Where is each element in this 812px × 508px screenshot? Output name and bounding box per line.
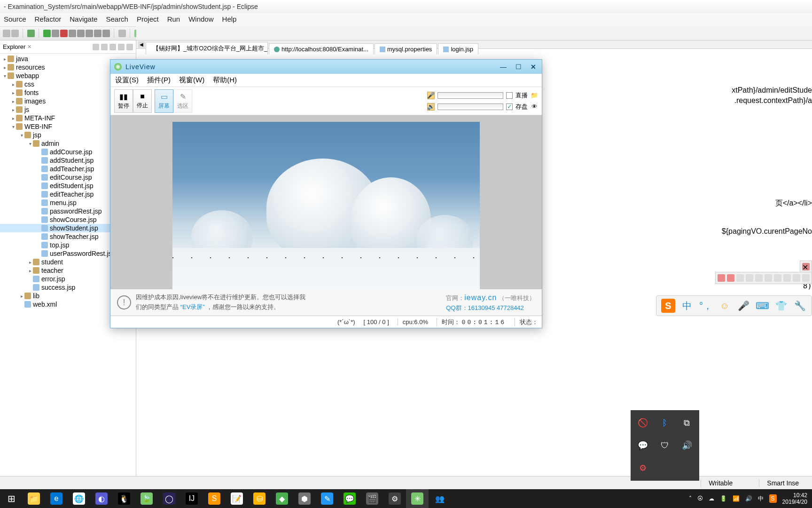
lv-menu-plugins[interactable]: 插件(P) — [147, 76, 171, 85]
taskbar-app[interactable]: 🎬 — [361, 489, 383, 508]
scroll-left-icon[interactable]: ◀ — [138, 41, 145, 48]
tree-twisty-icon[interactable]: ▸ — [19, 294, 24, 299]
taskbar-liveview[interactable]: ✳ — [406, 489, 429, 508]
tree-twisty-icon[interactable]: ▾ — [2, 73, 8, 79]
menu-refactor[interactable]: Refactor — [35, 15, 62, 24]
tray-ime-icon[interactable]: 中 — [758, 495, 764, 503]
debug-step-icon[interactable] — [102, 30, 110, 37]
ime-zhong-icon[interactable]: 中 — [680, 299, 694, 313]
console-icon[interactable] — [765, 274, 772, 282]
debug-resume-icon[interactable] — [43, 30, 51, 37]
ime-tool-icon[interactable]: 🔧 — [793, 299, 807, 313]
liveview-titlebar[interactable]: LiveView — ☐ ✕ — [110, 60, 542, 74]
tree-twisty-icon[interactable]: ▾ — [10, 124, 16, 129]
ime-skin-icon[interactable]: 👕 — [774, 299, 788, 313]
tree-twisty-icon[interactable]: ▸ — [27, 260, 33, 265]
tree-twisty-icon[interactable]: ▸ — [2, 56, 8, 62]
ime-voice-icon[interactable]: 🎤 — [736, 299, 750, 313]
debug-step-icon[interactable] — [86, 30, 93, 37]
taskbar-edge[interactable]: e — [45, 489, 68, 508]
ime-emoji-icon[interactable]: ☺ — [718, 299, 732, 313]
close-icon[interactable]: ✕ — [802, 263, 810, 270]
lv-menu-help[interactable]: 帮助(H) — [213, 76, 237, 85]
pause-button[interactable]: ▮▮暂停 — [114, 89, 133, 113]
maximize-icon[interactable] — [126, 44, 133, 50]
taskbar-app[interactable]: ⬢ — [293, 489, 316, 508]
start-button[interactable]: ⊞ — [0, 489, 23, 508]
collapse-all-icon[interactable] — [93, 44, 99, 50]
debug-pause-icon[interactable] — [52, 30, 59, 37]
maximize-button[interactable]: ☐ — [514, 62, 523, 71]
tray-chevron-up-icon[interactable]: ˄ — [689, 495, 692, 502]
tray-battery-icon[interactable]: 🔋 — [720, 495, 727, 502]
taskbar-sublime[interactable]: S — [203, 489, 226, 508]
live-checkbox[interactable] — [506, 92, 513, 99]
taskbar-intellij[interactable]: IJ — [180, 489, 203, 508]
tb-icon[interactable] — [27, 30, 35, 37]
editor-tab[interactable]: 【锡好网】_城市O2O综合平台_网上超市_进... — [146, 42, 268, 55]
tb-icon[interactable] — [3, 30, 10, 37]
ime-keyboard-icon[interactable]: ⌨ — [755, 299, 769, 313]
tray-cloud-icon[interactable]: ☁ — [709, 495, 714, 502]
taskbar-navicat[interactable]: ⛁ — [248, 489, 271, 508]
tree-twisty-icon[interactable]: ▸ — [2, 65, 8, 70]
taskbar-clock[interactable]: 10:42 2019/4/20 — [782, 492, 807, 506]
menu-window[interactable]: Window — [188, 15, 213, 24]
folder-icon[interactable]: 📁 — [531, 92, 538, 99]
minimize-icon[interactable] — [118, 44, 125, 50]
taskbar-wechat[interactable]: 💬 — [338, 489, 361, 508]
taskbar-eclipse[interactable]: ◯ — [158, 489, 180, 508]
lv-menu-view[interactable]: 视窗(W) — [179, 76, 204, 85]
console-icon[interactable] — [802, 274, 810, 282]
tree-twisty-icon[interactable]: ▸ — [10, 82, 16, 87]
mic-slider[interactable] — [437, 92, 503, 99]
tray-sogou-icon[interactable]: S — [769, 494, 777, 503]
tray-wifi-icon[interactable]: 📶 — [733, 495, 740, 502]
debug-step-icon[interactable] — [69, 30, 76, 37]
view-menu-icon[interactable] — [109, 44, 116, 50]
console-icon[interactable] — [755, 274, 763, 282]
tree-twisty-icon[interactable]: ▾ — [27, 141, 33, 146]
close-button[interactable]: ✕ — [529, 62, 538, 71]
debug-step-icon[interactable] — [77, 30, 85, 37]
tree-twisty-icon[interactable]: ▸ — [10, 90, 16, 95]
tray-location-icon[interactable]: ⦿ — [697, 495, 703, 502]
lv-menu-settings[interactable]: 设置(S) — [115, 76, 139, 85]
ev-link[interactable]: “EV录屏” — [180, 303, 205, 310]
menu-help[interactable]: Help — [222, 15, 237, 24]
tree-twisty-icon[interactable]: ▸ — [10, 116, 16, 121]
taskbar-app[interactable]: 🍃 — [135, 489, 158, 508]
tree-twisty-icon[interactable]: ▸ — [27, 268, 33, 273]
taskbar-qq[interactable]: 🐧 — [113, 489, 135, 508]
ime-punct-icon[interactable]: °， — [699, 299, 713, 313]
console-icon[interactable] — [783, 274, 791, 282]
screen-button[interactable]: ▭屏幕 — [155, 89, 173, 113]
tree-twisty-icon[interactable]: ▸ — [10, 107, 16, 112]
editor-tab[interactable]: http://localhost:8080/Examinat... — [269, 43, 374, 55]
mic-icon[interactable]: 🎤 — [427, 92, 435, 99]
tray-wechat-icon[interactable]: 💬 — [637, 440, 648, 451]
console-icon[interactable] — [727, 274, 734, 282]
menu-source[interactable]: Source — [4, 15, 26, 24]
ieway-link[interactable]: ieway.cn — [464, 294, 497, 302]
taskbar-notepad[interactable]: 📝 — [226, 489, 248, 508]
minimize-button[interactable]: — — [499, 62, 508, 71]
taskbar-explorer[interactable]: 📁 — [23, 489, 45, 508]
tree-twisty-icon[interactable]: ▾ — [19, 133, 24, 138]
debug-stop-icon[interactable] — [60, 30, 68, 37]
speaker-icon[interactable]: 🔊 — [427, 103, 435, 111]
link-editor-icon[interactable] — [101, 44, 108, 50]
menu-navigate[interactable]: Navigate — [70, 15, 97, 24]
close-icon[interactable]: ✕ — [27, 44, 31, 50]
console-icon[interactable] — [793, 274, 800, 282]
editor-tab[interactable]: mysql.properties — [375, 43, 437, 55]
taskbar-firefox[interactable]: ◐ — [90, 489, 113, 508]
console-icon[interactable] — [718, 274, 725, 282]
editor-tab[interactable]: login.jsp — [438, 43, 478, 55]
taskbar-people[interactable]: 👥 — [429, 489, 451, 508]
console-icon[interactable] — [774, 274, 781, 282]
taskbar-app[interactable]: ⚙ — [383, 489, 406, 508]
menu-search[interactable]: Search — [106, 15, 128, 24]
tb-icon[interactable] — [118, 30, 126, 37]
eye-icon[interactable]: 👁 — [531, 103, 538, 111]
